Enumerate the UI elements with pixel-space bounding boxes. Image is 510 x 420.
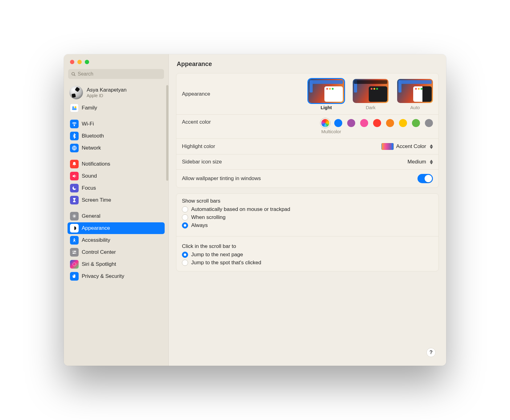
group-label: Click in the scroll bar to [176, 239, 438, 251]
accent-orange[interactable] [386, 119, 394, 127]
sidebar-item-apple-id[interactable]: Asya Karapetyan Apple ID [68, 84, 165, 102]
globe-icon [70, 144, 79, 152]
bell-icon [70, 160, 79, 168]
svg-point-12 [73, 251, 74, 252]
scrollbar-thumb[interactable] [166, 85, 168, 181]
sidebar-item-label: Accessibility [82, 237, 110, 243]
hand-icon [70, 272, 79, 281]
accessibility-icon [70, 236, 79, 245]
sidebar-item-appearance[interactable]: Appearance [68, 222, 165, 234]
scrollbars-option-when-scrolling[interactable]: When scrolling [176, 213, 438, 221]
highlight-color-row: Highlight color Accent Color [176, 139, 438, 154]
sidebar-item-wifi[interactable]: Wi-Fi [68, 118, 165, 130]
sidebar-item-control-center[interactable]: Control Center [68, 246, 165, 258]
family-icon [70, 104, 79, 112]
gear-icon [70, 212, 79, 220]
wallpaper-tinting-toggle[interactable] [417, 174, 433, 183]
accent-red[interactable] [373, 119, 381, 127]
radio-label: Jump to the next page [191, 252, 243, 258]
row-label: Sidebar icon size [182, 159, 222, 165]
wallpaper-tinting-row: Allow wallpaper tinting in windows [176, 170, 438, 187]
sidebar-item-label: Control Center [82, 249, 116, 255]
sidebar-item-family[interactable]: Family [68, 102, 165, 114]
sidebar-item-notifications[interactable]: Notifications [68, 158, 165, 170]
click-scrollbar-group: Click in the scroll bar to Jump to the n… [176, 239, 438, 271]
sidebar-item-label: Screen Time [82, 197, 111, 203]
accent-green[interactable] [412, 119, 420, 127]
svg-rect-11 [72, 253, 76, 253]
settings-window: Asya Karapetyan Apple ID Family Wi-Fi [64, 54, 446, 366]
accent-yellow[interactable] [399, 119, 407, 127]
sidebar-item-screen-time[interactable]: Screen Time [68, 194, 165, 206]
sliders-icon [70, 248, 79, 257]
sidebar-item-general[interactable]: General [68, 210, 165, 222]
accent-blue[interactable] [334, 119, 342, 127]
sidebar-item-bluetooth[interactable]: Bluetooth [68, 130, 165, 142]
svg-rect-4 [72, 108, 77, 110]
accent-pink[interactable] [360, 119, 368, 127]
appearance-option-light[interactable]: Light [308, 79, 344, 110]
scroll-panel: Show scroll bars Automatically based on … [176, 193, 439, 271]
moon-icon [70, 184, 79, 192]
sidebar-item-label: Sound [82, 173, 97, 179]
sidebar-item-privacy[interactable]: Privacy & Security [68, 270, 165, 282]
sidebar: Asya Karapetyan Apple ID Family Wi-Fi [64, 54, 169, 366]
appearance-option-dark[interactable]: Dark [353, 79, 389, 110]
accent-graphite[interactable] [425, 119, 433, 127]
scrollbars-option-always[interactable]: Always [176, 221, 438, 229]
accent-swatches [321, 119, 433, 127]
sidebar-item-label: Appearance [82, 225, 110, 231]
appearance-icon [70, 224, 79, 233]
sidebar-item-label: Wi-Fi [82, 121, 94, 127]
avatar [69, 86, 83, 99]
sidebar-item-label: Notifications [82, 161, 110, 167]
highlight-color-select[interactable]: Accent Color [381, 143, 433, 150]
updown-icon [430, 144, 433, 149]
radio-icon [182, 260, 188, 266]
sidebar-item-network[interactable]: Network [68, 142, 165, 154]
sidebar-item-focus[interactable]: Focus [68, 182, 165, 194]
scrollbars-option-auto[interactable]: Automatically based on mouse or trackpad [176, 205, 438, 213]
minimize-icon[interactable] [77, 60, 82, 64]
accent-multicolor[interactable] [321, 119, 329, 127]
hourglass-icon [70, 196, 79, 204]
radio-icon [182, 206, 188, 212]
maximize-icon[interactable] [85, 60, 89, 64]
svg-line-1 [74, 75, 75, 76]
close-icon[interactable] [70, 60, 74, 64]
radio-icon [182, 222, 188, 229]
thumb-label: Dark [353, 105, 389, 110]
sidebar-item-accessibility[interactable]: Accessibility [68, 234, 165, 246]
sidebar-item-label: Siri & Spotlight [82, 261, 116, 267]
appearance-option-auto[interactable]: Auto [397, 79, 433, 110]
sidebar-icon-size-select[interactable]: Medium [408, 159, 433, 165]
main-content: Appearance Appearance Light [169, 54, 446, 366]
radio-label: Always [191, 222, 208, 229]
row-label: Allow wallpaper tinting in windows [182, 175, 261, 182]
row-label: Appearance [182, 91, 210, 97]
highlight-value: Accent Color [396, 143, 426, 150]
search-input[interactable] [78, 71, 161, 77]
appearance-mode-row: Appearance Light [176, 73, 438, 115]
thumb-dark-icon [353, 79, 389, 103]
sidebar-item-label: Network [82, 145, 101, 151]
svg-point-5 [74, 125, 75, 126]
sidebar-item-siri[interactable]: Siri & Spotlight [68, 258, 165, 270]
click-scroll-option-jump-to-spot[interactable]: Jump to the spot that's clicked [176, 259, 438, 267]
sidebar-icon-size-value: Medium [408, 159, 426, 165]
bluetooth-icon [70, 132, 79, 140]
svg-point-14 [73, 263, 76, 266]
sidebar-item-sound[interactable]: Sound [68, 170, 165, 182]
sidebar-item-label: Family [82, 105, 97, 111]
search-field[interactable] [68, 69, 164, 79]
click-scroll-option-next-page[interactable]: Jump to the next page [176, 251, 438, 259]
page-title: Appearance [169, 54, 446, 71]
appearance-panel: Appearance Light [176, 73, 439, 188]
accent-purple[interactable] [347, 119, 355, 127]
search-icon [71, 72, 76, 76]
svg-point-0 [72, 72, 75, 75]
sidebar-item-label: Focus [82, 185, 96, 191]
highlight-swatch-icon [381, 143, 394, 150]
thumb-label: Auto [397, 105, 433, 110]
help-button[interactable]: ? [426, 348, 436, 357]
